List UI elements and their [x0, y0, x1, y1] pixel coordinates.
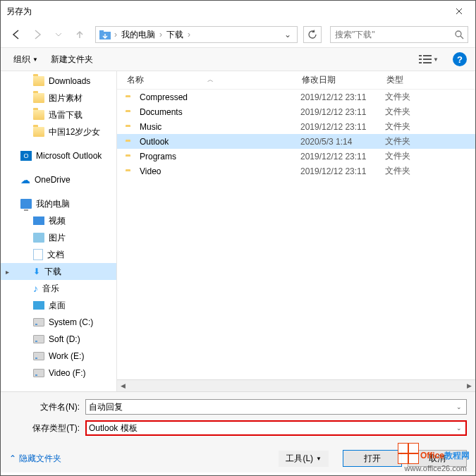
file-row[interactable]: Programs2019/12/12 23:11文件夹 — [117, 149, 475, 164]
file-row[interactable]: Documents2019/12/12 23:11文件夹 — [117, 104, 475, 119]
savetype-label: 保存类型(T): — [9, 422, 85, 434]
folder-icon — [33, 93, 44, 103]
crumb-downloads[interactable]: 下载 — [164, 27, 186, 42]
back-button[interactable] — [8, 26, 25, 43]
pictures-icon — [33, 233, 44, 243]
tree-item-desktop[interactable]: 桌面 — [1, 297, 116, 314]
filename-field[interactable]: ⌄ — [85, 399, 467, 415]
drive-icon — [33, 369, 44, 377]
file-row[interactable]: Video2019/12/12 23:11文件夹 — [117, 164, 475, 178]
folder-tree[interactable]: Downloads 图片素材 迅雷下载 中国12岁少女 OMicrosoft O… — [1, 71, 117, 391]
tree-item-video[interactable]: 视频 — [1, 212, 116, 229]
outlook-icon: O — [20, 151, 32, 161]
tree-item-video-f[interactable]: Video (F:) — [1, 365, 116, 382]
titlebar: 另存为 — [1, 1, 475, 22]
forward-button[interactable] — [29, 26, 46, 43]
watermark-url: www.office26.com — [405, 464, 467, 472]
tree-item-my-pc[interactable]: 我的电脑 — [1, 195, 116, 212]
drive-icon — [33, 352, 44, 360]
file-row-selected[interactable]: Outlook2020/5/3 1:14文件夹 — [117, 134, 475, 149]
file-list[interactable]: Compressed2019/12/12 23:11文件夹 Documents2… — [117, 90, 475, 379]
savetype-value: Outlook 模板 — [89, 422, 455, 434]
filename-label: 文件名(N): — [9, 401, 85, 413]
save-as-dialog: 另存为 › 我的电脑 › 下载 › ⌄ — [0, 0, 476, 476]
drive-icon — [33, 318, 44, 327]
tree-item-outlook[interactable]: OMicrosoft Outlook — [1, 147, 116, 164]
organize-label: 组织 — [13, 54, 30, 66]
tools-button[interactable]: 工具(L) ▼ — [279, 451, 329, 467]
dialog-body: Downloads 图片素材 迅雷下载 中国12岁少女 OMicrosoft O… — [1, 71, 475, 391]
folder-icon — [33, 110, 44, 120]
column-name[interactable]: 名称︿ — [123, 74, 298, 86]
tree-item-soft-d[interactable]: Soft (D:) — [1, 331, 116, 348]
filename-input[interactable] — [89, 402, 455, 412]
tree-item-work-e[interactable]: Work (E:) — [1, 348, 116, 365]
savetype-row: 保存类型(T): Outlook 模板 ⌄ — [9, 420, 467, 436]
tree-item-documents[interactable]: 文档 — [1, 246, 116, 263]
tree-item-network[interactable]: 网络 — [1, 389, 116, 391]
chevron-down-icon: ▼ — [316, 456, 322, 462]
close-icon — [456, 8, 463, 15]
filename-row: 文件名(N): ⌄ — [9, 399, 467, 415]
search-input[interactable] — [331, 30, 451, 39]
hide-folders-button[interactable]: ⌃ 隐藏文件夹 — [9, 453, 61, 465]
new-folder-button[interactable]: 新建文件夹 — [47, 51, 97, 68]
up-button[interactable] — [71, 26, 88, 43]
horizontal-scrollbar[interactable]: ◀ ▶ — [117, 379, 475, 391]
view-icon — [419, 54, 432, 64]
file-row[interactable]: Music2019/12/12 23:11文件夹 — [117, 119, 475, 134]
folder-icon — [33, 127, 44, 137]
tree-item-system-c[interactable]: System (C:) — [1, 314, 116, 331]
svg-rect-6 — [423, 59, 432, 60]
toolbar: 组织 ▼ 新建文件夹 ▼ ? — [1, 47, 475, 71]
address-bar[interactable]: › 我的电脑 › 下载 › ⌄ — [95, 26, 298, 43]
crumb-sep-icon: › — [186, 30, 192, 39]
tree-item-downloads[interactable]: Downloads — [1, 73, 116, 90]
bottom-panel: 文件名(N): ⌄ 保存类型(T): Outlook 模板 ⌄ ⌃ 隐藏文件夹 … — [1, 391, 475, 472]
svg-rect-4 — [423, 55, 432, 56]
drive-icon — [33, 335, 44, 343]
column-date[interactable]: 修改日期 — [298, 74, 382, 86]
savetype-field[interactable]: Outlook 模板 ⌄ — [85, 420, 467, 436]
new-folder-label: 新建文件夹 — [51, 54, 93, 66]
close-button[interactable] — [443, 1, 475, 22]
documents-icon — [33, 249, 43, 260]
scroll-left-icon[interactable]: ◀ — [117, 380, 129, 392]
tree-item-xunlei[interactable]: 迅雷下载 — [1, 106, 116, 123]
tree-item-pictures[interactable]: 图片 — [1, 229, 116, 246]
file-row[interactable]: Compressed2019/12/12 23:11文件夹 — [117, 90, 475, 104]
music-icon: ♪ — [33, 283, 38, 294]
savetype-dropdown-icon[interactable]: ⌄ — [455, 425, 463, 432]
chevron-down-icon: ▼ — [433, 56, 439, 63]
location-folder-icon — [97, 28, 113, 42]
window-title: 另存为 — [6, 6, 443, 18]
file-list-header[interactable]: 名称︿ 修改日期 类型 — [117, 71, 475, 90]
video-icon — [33, 216, 44, 225]
filename-dropdown-icon[interactable]: ⌄ — [455, 403, 463, 410]
refresh-button[interactable] — [303, 26, 322, 43]
pc-icon — [20, 199, 32, 209]
dialog-actions: ⌃ 隐藏文件夹 工具(L) ▼ 打开 取消 — [9, 450, 467, 467]
organize-button[interactable]: 组织 ▼ — [9, 51, 42, 68]
search-icon[interactable] — [451, 30, 468, 39]
column-type[interactable]: 类型 — [382, 74, 439, 86]
recent-locations-button[interactable] — [50, 26, 67, 43]
svg-rect-8 — [423, 62, 432, 63]
cloud-icon: ☁ — [20, 174, 30, 185]
download-icon: ⬇ — [33, 267, 40, 276]
search-box[interactable] — [330, 26, 468, 43]
navigation-bar: › 我的电脑 › 下载 › ⌄ — [1, 22, 475, 47]
tree-item-download[interactable]: ⬇下载 — [1, 263, 116, 280]
address-dropdown-icon[interactable]: ⌄ — [280, 30, 295, 39]
scroll-right-icon[interactable]: ▶ — [463, 380, 475, 392]
tree-item-music[interactable]: ♪音乐 — [1, 280, 116, 297]
tree-item-pictures-material[interactable]: 图片素材 — [1, 90, 116, 106]
tree-item-onedrive[interactable]: ☁OneDrive — [1, 171, 116, 188]
help-button[interactable]: ? — [453, 52, 467, 66]
up-icon — [74, 29, 85, 40]
view-options-button[interactable]: ▼ — [416, 53, 441, 66]
file-list-panel: 名称︿ 修改日期 类型 Compressed2019/12/12 23:11文件… — [117, 71, 475, 391]
crumb-my-pc[interactable]: 我的电脑 — [118, 27, 158, 42]
tree-item-cn12[interactable]: 中国12岁少女 — [1, 123, 116, 140]
open-button[interactable]: 打开 — [343, 450, 402, 467]
